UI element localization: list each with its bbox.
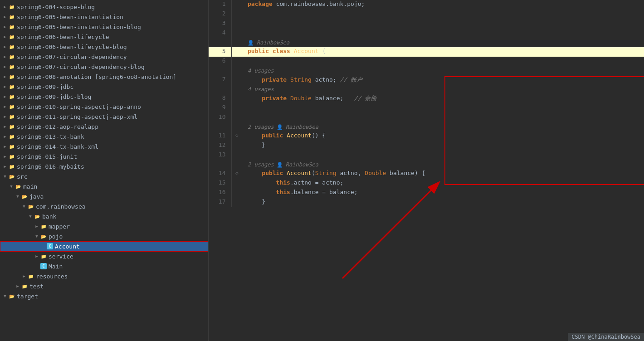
code-content[interactable]: private Double balance; // 余额 xyxy=(242,94,644,103)
chevron-right-icon: ▶ xyxy=(2,44,8,49)
code-line-14: 14 ◇ public Account(String actno, Double… xyxy=(209,169,644,179)
code-line-17: 17 } xyxy=(209,198,644,207)
tree-item-label: main xyxy=(23,183,37,190)
tree-item-bank[interactable]: ▼📂bank xyxy=(0,211,208,221)
chevron-right-icon: ▶ xyxy=(2,5,8,9)
tree-item-label: test xyxy=(29,283,44,290)
tree-item-label: spring6-007-circular-dependency-blog xyxy=(17,63,145,70)
tree-item-label: spring6-014-tx-bank-xml xyxy=(17,143,98,150)
code-content[interactable]: public Account() { xyxy=(242,132,644,141)
tree-item-label: pojo xyxy=(49,233,63,240)
tree-item-label: com.rainbowsea xyxy=(36,203,86,210)
chevron-right-icon: ▶ xyxy=(15,284,21,288)
tree-item-label: resources xyxy=(36,273,68,280)
code-content[interactable] xyxy=(242,29,644,38)
line-number: 16 xyxy=(209,188,231,198)
tree-item-spring6-012[interactable]: ▶📁spring6-012-aop-realapp xyxy=(0,122,208,132)
hint-line-num xyxy=(209,66,231,75)
tree-item-label: src xyxy=(17,173,27,180)
code-content[interactable]: this.balance = balance; xyxy=(242,188,644,198)
tree-item-label: spring6-007-circular-dependency xyxy=(17,54,127,60)
code-content[interactable] xyxy=(242,19,644,29)
folder-icon: 📁 xyxy=(8,13,15,20)
folder-icon: 📁 xyxy=(8,163,15,170)
hint-line-num xyxy=(209,160,231,169)
tree-item-spring6-015[interactable]: ▶📁spring6-015-junit xyxy=(0,151,208,161)
code-content[interactable]: public Account(String actno, Double bala… xyxy=(242,169,644,179)
folder-icon: 📁 xyxy=(8,23,15,30)
tree-item-spring6-008[interactable]: ▶📁spring6-008-anotation [spring6-oo8-ano… xyxy=(0,72,208,82)
file-tree[interactable]: ▶📁spring6-004-scope-blog▶📁spring6-005-be… xyxy=(0,0,209,341)
code-content[interactable]: public class Account { xyxy=(242,47,644,57)
code-line-15: 15 this.actno = actno; xyxy=(209,179,644,188)
tree-item-mapper[interactable]: ▶📁mapper xyxy=(0,221,208,231)
code-content[interactable] xyxy=(242,113,644,122)
tree-item-Account[interactable]: CAccount xyxy=(0,241,208,251)
tree-item-service[interactable]: ▶📁service xyxy=(0,251,208,261)
tree-item-main[interactable]: ▼📂main xyxy=(0,181,208,191)
tree-item-comrainbow[interactable]: ▼📂com.rainbowsea xyxy=(0,201,208,211)
code-content[interactable]: package com.rainbowsea.bank.pojo; xyxy=(242,0,644,10)
code-content[interactable] xyxy=(242,10,644,19)
tree-item-spring6-006b[interactable]: ▶📁spring6-006-bean-lifecycle-blog xyxy=(0,42,208,52)
code-content[interactable]: this.actno = actno; xyxy=(242,179,644,188)
folder-icon: 📁 xyxy=(8,73,15,80)
code-content[interactable] xyxy=(242,151,644,160)
author-hint: RainbowSea xyxy=(286,161,318,168)
tree-item-Main[interactable]: CMain xyxy=(0,261,208,271)
code-line-16: 16 this.balance = balance; xyxy=(209,188,644,198)
tree-item-spring6-005a[interactable]: ▶📁spring6-005-bean-instantiation xyxy=(0,12,208,22)
hint-row: 4 usages xyxy=(209,66,644,75)
tree-item-spring6-010[interactable]: ▶📁spring6-010-spring-aspectj-aop-anno xyxy=(0,102,208,112)
code-content[interactable]: } xyxy=(242,141,644,151)
tree-item-java[interactable]: ▼📂java xyxy=(0,191,208,201)
tree-item-spring6-007a[interactable]: ▶📁spring6-007-circular-dependency xyxy=(0,52,208,62)
chevron-right-icon: ▶ xyxy=(2,64,8,69)
tree-item-spring6-006a[interactable]: ▶📁spring6-006-bean-lifecycle xyxy=(0,32,208,42)
line-number: 7 xyxy=(209,75,231,85)
code-content[interactable]: } xyxy=(242,198,644,207)
tree-item-spring6-016[interactable]: ▶📁spring6-016-mybaits xyxy=(0,161,208,171)
author-hint: RainbowSea xyxy=(257,39,289,46)
code-content[interactable]: private String actno; // 账户 xyxy=(242,75,644,85)
hint-line-num xyxy=(209,122,231,132)
tree-item-pojo[interactable]: ▼📂pojo xyxy=(0,231,208,241)
line-number: 5 xyxy=(209,47,231,57)
tree-item-spring6-007b[interactable]: ▶📁spring6-007-circular-dependency-blog xyxy=(0,62,208,72)
chevron-right-icon: ▶ xyxy=(2,34,8,39)
hint-content: 2 usages 👤 RainbowSea xyxy=(242,122,644,132)
tree-item-spring6-009b[interactable]: ▶📁spring6-009-jdbc-blog xyxy=(0,92,208,102)
folder-icon: 📁 xyxy=(8,153,15,160)
code-content[interactable] xyxy=(242,103,644,113)
tree-item-resources[interactable]: ▶📁resources xyxy=(0,271,208,281)
gutter-cell xyxy=(231,103,242,113)
code-content[interactable] xyxy=(242,57,644,66)
tree-item-spring6-005b[interactable]: ▶📁spring6-005-bean-instantiation-blog xyxy=(0,22,208,32)
gutter-cell xyxy=(231,94,242,103)
tree-item-label: spring6-009-jdbc-blog xyxy=(17,93,91,100)
chevron-right-icon: ▶ xyxy=(2,94,8,99)
tree-item-label: spring6-016-mybaits xyxy=(17,163,84,170)
tree-item-spring6-014[interactable]: ▶📁spring6-014-tx-bank-xml xyxy=(0,141,208,151)
tree-item-label: spring6-010-spring-aspectj-aop-anno xyxy=(17,103,141,110)
hint-gutter xyxy=(231,85,242,94)
tree-item-spring6-004[interactable]: ▶📁spring6-004-scope-blog xyxy=(0,2,208,12)
tree-item-spring6-009a[interactable]: ▶📁spring6-009-jdbc xyxy=(0,82,208,92)
gutter-cell xyxy=(231,198,242,207)
code-editor[interactable]: 1 package com.rainbowsea.bank.pojo; 2 3 … xyxy=(209,0,644,341)
chevron-right-icon: ▶ xyxy=(2,164,8,169)
tree-item-label: bank xyxy=(42,213,56,220)
tree-item-src[interactable]: ▼📂src xyxy=(0,171,208,181)
tree-item-spring6-011[interactable]: ▶📁spring6-011-spring-aspectj-aop-xml xyxy=(0,112,208,122)
tree-item-test[interactable]: ▶📁test xyxy=(0,281,208,291)
tree-item-target[interactable]: ▼📂target xyxy=(0,291,208,301)
tree-item-label: mapper xyxy=(49,223,70,230)
code-line-7: 7 private String actno; // 账户 xyxy=(209,75,644,85)
folder-icon: 📁 xyxy=(40,223,47,230)
line-number: 14 xyxy=(209,169,231,179)
usages-hint: 2 usages xyxy=(248,161,274,168)
gutter-cell: ◇ xyxy=(231,169,242,179)
tree-item-spring6-013[interactable]: ▶📁spring6-013-tx-bank xyxy=(0,132,208,141)
line-number: 12 xyxy=(209,141,231,151)
folder-icon: 📁 xyxy=(8,133,15,140)
